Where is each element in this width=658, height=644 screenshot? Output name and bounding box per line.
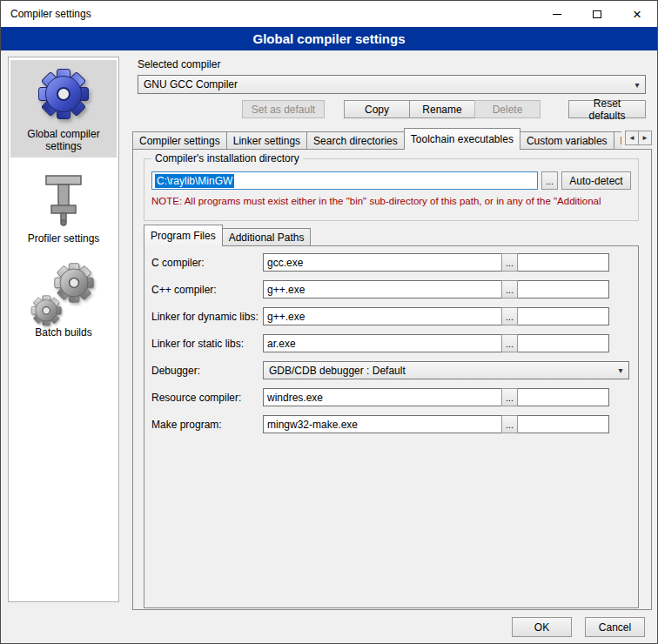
maximize-button[interactable]: [577, 1, 617, 27]
installation-directory-browse-button[interactable]: ...: [541, 171, 558, 190]
make-program-input[interactable]: [263, 415, 609, 433]
delete-button[interactable]: Delete: [474, 100, 540, 118]
installation-directory-group-title: Compiler's installation directory: [151, 152, 303, 164]
linker-dynamic-label: Linker for dynamic libs:: [151, 311, 258, 323]
compiler-select-value: GNU GCC Compiler: [138, 78, 629, 91]
sidebar-item-batch-builds[interactable]: Batch builds: [10, 258, 117, 344]
batch-builds-gears-icon: [35, 265, 92, 320]
resource-compiler-row: Resource compiler: ...: [151, 388, 633, 406]
titlebar: Compiler settings ×: [1, 1, 657, 27]
copy-button[interactable]: Copy: [344, 100, 410, 118]
set-as-default-button[interactable]: Set as default: [242, 100, 325, 118]
cpp-compiler-input[interactable]: [263, 280, 609, 299]
ok-button[interactable]: OK: [512, 617, 572, 637]
settings-sidebar: Global compiler settings Profiler settin…: [8, 57, 119, 602]
toolchain-executables-panel: Compiler's installation directory C:\ray…: [132, 149, 652, 610]
tab-search-directories[interactable]: Search directories: [306, 131, 405, 150]
linker-static-label: Linker for static libs:: [151, 338, 244, 350]
tab-scroll-left-button[interactable]: ◄: [625, 131, 639, 145]
debugger-select-value: GDB/CDB debugger : Default: [264, 365, 613, 377]
bin-subdirectory-note: NOTE: All programs must exist either in …: [151, 196, 635, 206]
make-program-row: Make program: ...: [151, 415, 633, 433]
tab-list: Compiler settings Linker settings Search…: [132, 128, 621, 150]
maximize-icon: [593, 10, 601, 18]
tab-custom-variables[interactable]: Custom variables: [520, 131, 614, 150]
reset-defaults-button[interactable]: Reset defaults: [568, 100, 646, 118]
close-button[interactable]: ×: [617, 1, 657, 27]
make-program-label: Make program:: [151, 419, 222, 431]
gear-icon: [36, 66, 91, 122]
installation-directory-input[interactable]: C:\raylib\MinGW: [151, 171, 538, 190]
debugger-row: Debugger: GDB/CDB debugger : Default ▾: [151, 361, 633, 379]
linker-static-input[interactable]: [263, 334, 609, 352]
tab-build-options-clipped[interactable]: Buil: [614, 131, 621, 150]
page-title: Global compiler settings: [1, 27, 657, 50]
tab-compiler-settings[interactable]: Compiler settings: [132, 131, 227, 150]
minimize-icon: [553, 14, 561, 15]
c-compiler-browse-button[interactable]: ...: [501, 253, 518, 272]
program-files-panel: C compiler: ... C++ compiler: ... Linker…: [144, 245, 639, 608]
rename-button[interactable]: Rename: [409, 100, 475, 118]
tab-scroll-right-button[interactable]: ►: [638, 131, 652, 145]
chevron-down-icon: ▾: [613, 366, 628, 375]
installation-directory-group: Compiler's installation directory C:\ray…: [144, 158, 639, 221]
c-compiler-input[interactable]: [263, 253, 609, 272]
arrow-right-icon: ►: [641, 134, 648, 142]
cpp-compiler-row: C++ compiler: ...: [151, 280, 633, 299]
cpp-compiler-label: C++ compiler:: [151, 284, 217, 296]
auto-detect-button[interactable]: Auto-detect: [561, 171, 631, 190]
linker-dynamic-browse-button[interactable]: ...: [501, 307, 518, 325]
make-program-browse-button[interactable]: ...: [501, 415, 518, 433]
window-title: Compiler settings: [10, 8, 91, 20]
cancel-button[interactable]: Cancel: [585, 617, 645, 637]
tab-toolchain-executables[interactable]: Toolchain executables: [404, 128, 520, 150]
debugger-label: Debugger:: [151, 365, 200, 377]
c-compiler-row: C compiler: ...: [151, 253, 633, 272]
sidebar-item-label: Profiler settings: [28, 232, 100, 245]
chevron-down-icon: ▾: [629, 80, 645, 90]
sidebar-item-label: Global compiler settings: [12, 128, 115, 152]
minimize-button[interactable]: [537, 1, 577, 27]
close-icon: ×: [633, 7, 641, 22]
sidebar-item-global-compiler-settings[interactable]: Global compiler settings: [10, 60, 117, 158]
linker-dynamic-row: Linker for dynamic libs: ...: [151, 307, 633, 325]
compiler-actions: Set as default Copy Rename Delete Reset …: [138, 100, 646, 118]
compiler-settings-dialog: Compiler settings × Global compiler sett…: [0, 0, 658, 644]
cpp-compiler-browse-button[interactable]: ...: [501, 280, 518, 299]
selected-compiler-label: Selected compiler: [138, 58, 220, 70]
subtab-program-files[interactable]: Program Files: [144, 225, 223, 246]
tab-linker-settings[interactable]: Linker settings: [226, 131, 307, 150]
arrow-left-icon: ◄: [628, 134, 635, 142]
installation-directory-selected-text: C:\raylib\MinGW: [155, 174, 234, 188]
profiler-clamp-icon: [37, 172, 90, 226]
sidebar-item-profiler-settings[interactable]: Profiler settings: [10, 166, 117, 250]
resource-compiler-input[interactable]: [263, 388, 609, 406]
debugger-select[interactable]: GDB/CDB debugger : Default ▾: [263, 361, 629, 379]
resource-compiler-browse-button[interactable]: ...: [501, 388, 518, 406]
subtab-additional-paths[interactable]: Additional Paths: [222, 228, 312, 246]
window-controls: ×: [537, 1, 657, 27]
linker-static-row: Linker for static libs: ...: [151, 334, 633, 352]
linker-static-browse-button[interactable]: ...: [501, 334, 518, 352]
c-compiler-label: C compiler:: [151, 257, 205, 269]
linker-dynamic-input[interactable]: [263, 307, 609, 325]
tab-scroll-buttons: ◄ ►: [626, 131, 652, 145]
compiler-select[interactable]: GNU GCC Compiler ▾: [138, 75, 646, 94]
tab-strip: Compiler settings Linker settings Search…: [132, 128, 652, 150]
resource-compiler-label: Resource compiler:: [151, 392, 241, 404]
subtab-strip: Program Files Additional Paths: [144, 225, 310, 246]
sidebar-item-label: Batch builds: [35, 326, 91, 339]
